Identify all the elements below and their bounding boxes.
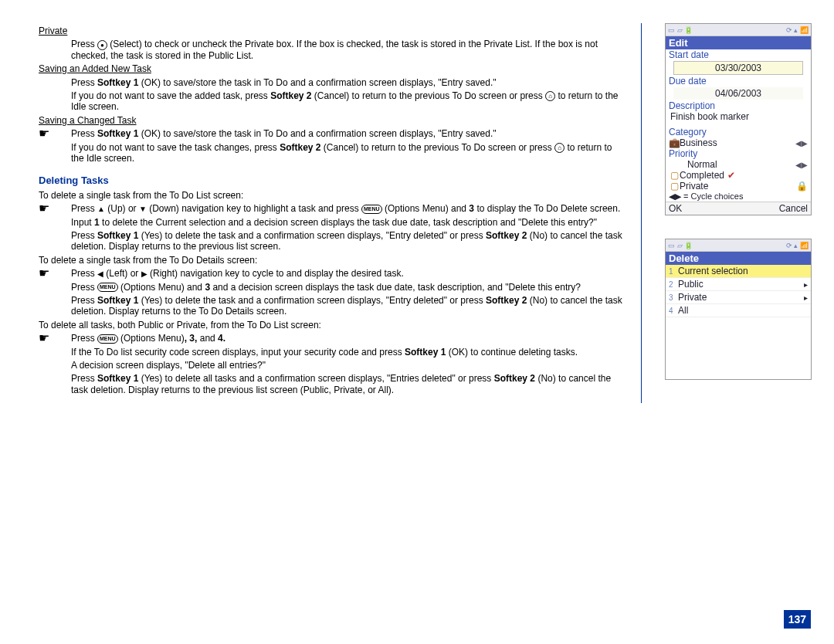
due-date-label: Due date <box>666 76 811 86</box>
softkey-cancel: Cancel <box>779 203 808 214</box>
list-item: 1Current selection <box>666 265 811 278</box>
saving-chg-p1: If you do not want to save the task chan… <box>71 142 626 164</box>
saving-add-p1: Press Softkey 1 (OK) to save/store the t… <box>71 77 626 88</box>
phone-edit-screen: ▭ ▱ 🔋⟳ ▴ 📶 Edit Start date 03/30/2003 Du… <box>665 23 812 215</box>
del-p4: To delete a single task from the To Do D… <box>39 255 626 266</box>
del-bullet-2: ☛ Press ◀ (Left) or ▶ (Right) navigation… <box>39 268 626 279</box>
saving-chg-heading: Saving a Changed Task <box>39 115 626 126</box>
cycle-icon: ◀▶ <box>795 139 808 147</box>
cycle-icon: ◀▶ <box>669 192 681 201</box>
category-label: Category <box>666 127 811 137</box>
arrow-right-icon: ▸ <box>804 280 808 289</box>
right-icon: ▶ <box>141 269 147 278</box>
briefcase-icon: 💼 <box>669 137 680 148</box>
description-value: Finish book marker <box>666 111 811 122</box>
page-number: 137 <box>784 610 811 629</box>
del-p9: A decision screen displays, "Delete all … <box>71 360 626 371</box>
cycle-icon: ◀▶ <box>795 161 808 169</box>
saving-add-p2: If you do not want to save the added tas… <box>71 90 626 113</box>
del-bullet-1: ☛ Press ▲ (Up) or ▼ (Down) navigation ke… <box>39 203 626 214</box>
del-p7: To delete all tasks, both Public or Priv… <box>39 320 626 330</box>
list-item: 3Private▸ <box>666 291 811 304</box>
private-paragraph: Press ● (Select) to check or uncheck the… <box>71 39 626 61</box>
softkey-row: OKCancel <box>666 202 811 215</box>
category-row: 💼Business◀▶ <box>666 137 811 148</box>
del-p6: Press Softkey 1 (Yes) to delete the task… <box>71 295 626 317</box>
due-date-value: 04/06/2003 <box>673 87 803 100</box>
phone-delete-title: Delete <box>666 252 811 265</box>
softkey-ok: OK <box>669 203 682 214</box>
end-icon: ⌂ <box>554 143 564 153</box>
del-intro: To delete a single task from the To Do L… <box>39 190 626 201</box>
start-date-label: Start date <box>666 49 811 60</box>
end-icon: ⌂ <box>545 91 555 101</box>
arrow-right-icon: ▸ <box>804 293 808 302</box>
list-item: 4All <box>666 304 811 317</box>
private-heading: Private <box>39 25 626 36</box>
menu-icon: MENU <box>361 205 382 214</box>
side-column: ▭ ▱ 🔋⟳ ▴ 📶 Edit Start date 03/30/2003 Du… <box>642 23 812 403</box>
priority-label: Priority <box>666 148 811 159</box>
list-item: 2Public▸ <box>666 278 811 291</box>
del-bullet-3: ☛ Press MENU (Options Menu), 3, and 4. <box>39 333 626 344</box>
main-column: Private Press ● (Select) to check or unc… <box>39 23 642 403</box>
menu-icon: MENU <box>97 283 118 292</box>
deleting-tasks-title: Deleting Tasks <box>39 175 626 187</box>
lock-icon: 🔒 <box>796 181 808 192</box>
phone-edit-title: Edit <box>666 36 811 49</box>
priority-row: Normal◀▶ <box>666 159 811 170</box>
private-row: ▢Private🔒 <box>666 181 811 192</box>
del-p2: Input 1 to delete the Current selection … <box>71 217 626 228</box>
description-label: Description <box>666 100 811 111</box>
phone-delete-screen: ▭ ▱ 🔋⟳ ▴ 📶 Delete 1Current selection 2Pu… <box>665 239 812 380</box>
cycle-note: ◀▶ = Cycle choices <box>666 192 811 202</box>
del-p8: If the To Do list security code screen d… <box>71 347 626 358</box>
down-icon: ▼ <box>139 205 147 213</box>
saving-add-heading: Saving an Added New Task <box>39 63 626 74</box>
check-icon: ✔ <box>727 170 735 181</box>
del-p10: Press Softkey 1 (Yes) to delete all task… <box>71 373 626 395</box>
left-icon: ◀ <box>97 269 103 278</box>
select-icon: ● <box>97 40 107 50</box>
checkbox-icon: ▢ <box>669 170 680 181</box>
phone-statusbar: ▭ ▱ 🔋⟳ ▴ 📶 <box>666 24 811 36</box>
menu-icon: MENU <box>97 334 118 344</box>
checkbox-icon: ▢ <box>669 181 680 192</box>
saving-chg-bullet: ☛ Press Softkey 1 (OK) to save/store the… <box>39 128 626 139</box>
phone-statusbar: ▭ ▱ 🔋⟳ ▴ 📶 <box>666 239 811 252</box>
completed-row: ▢Completed✔ <box>666 170 811 181</box>
up-icon: ▲ <box>97 205 105 213</box>
del-p5: Press MENU (Options Menu) and 3 and a de… <box>71 282 626 293</box>
start-date-value: 03/30/2003 <box>673 61 803 75</box>
del-p3: Press Softkey 1 (Yes) to delete the task… <box>71 230 626 253</box>
